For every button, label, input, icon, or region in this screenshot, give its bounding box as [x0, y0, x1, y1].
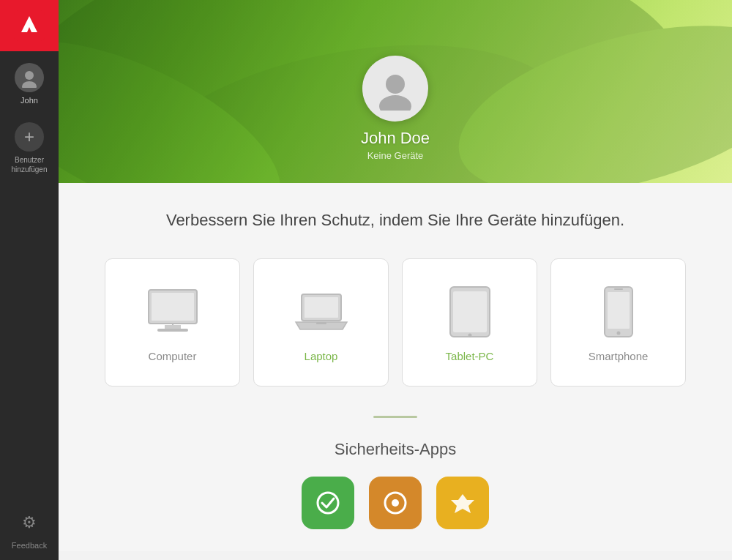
avatar	[15, 63, 44, 92]
tablet-icon	[441, 283, 499, 341]
tablet-card[interactable]: Tablet-PC	[402, 258, 537, 387]
svg-point-27	[392, 499, 399, 507]
device-cards: Computer Laptop	[105, 258, 686, 387]
add-user-label: Benutzer hinzufügen	[12, 155, 48, 174]
feedback-button[interactable]: Feedback	[12, 541, 47, 560]
computer-label: Computer	[149, 350, 197, 362]
svg-rect-11	[152, 293, 194, 321]
main-content: John Doe Keine Geräte Verbessern Sie Ihr…	[59, 0, 732, 560]
hero-subtitle: Keine Geräte	[367, 150, 424, 161]
smartphone-icon	[589, 283, 648, 341]
divider	[373, 416, 417, 418]
smartphone-label: Smartphone	[589, 350, 649, 362]
svg-point-9	[379, 95, 411, 111]
hero-avatar	[362, 56, 428, 122]
svg-rect-24	[614, 288, 623, 290]
hero-username: John Doe	[361, 129, 430, 148]
tablet-label: Tablet-PC	[446, 350, 494, 362]
add-user-button[interactable]: + Benutzer hinzufügen	[0, 113, 59, 183]
hero-section: John Doe Keine Geräte	[59, 0, 732, 183]
app-icon-green[interactable]	[302, 477, 354, 529]
svg-rect-17	[316, 322, 326, 324]
svg-rect-22	[608, 292, 630, 329]
svg-point-1	[25, 71, 34, 80]
sidebar-user[interactable]: John	[0, 51, 59, 113]
computer-card[interactable]: Computer	[105, 258, 240, 387]
svg-rect-13	[157, 329, 188, 332]
sidebar-user-label: John	[20, 96, 38, 105]
content-area: Verbessern Sie Ihren Schutz, indem Sie I…	[59, 183, 732, 551]
svg-point-25	[318, 493, 338, 513]
svg-rect-19	[453, 291, 487, 332]
svg-point-23	[616, 331, 620, 335]
avira-logo[interactable]	[0, 0, 59, 51]
settings-button[interactable]: ⚙	[22, 504, 37, 541]
laptop-icon	[292, 283, 351, 341]
svg-rect-16	[305, 297, 338, 318]
gear-icon: ⚙	[22, 513, 37, 532]
apps-section-title: Sicherheits-Apps	[335, 440, 456, 459]
svg-point-8	[386, 75, 405, 94]
svg-rect-12	[165, 325, 181, 329]
smartphone-card[interactable]: Smartphone	[550, 258, 686, 387]
app-icon-orange[interactable]	[369, 477, 422, 529]
add-icon: +	[15, 122, 44, 152]
app-icon-yellow[interactable]	[436, 477, 489, 529]
prompt-text: Verbessern Sie Ihren Schutz, indem Sie I…	[166, 209, 624, 232]
laptop-card[interactable]: Laptop	[253, 258, 389, 387]
computer-icon	[143, 283, 202, 341]
svg-point-20	[468, 333, 471, 337]
sidebar: John + Benutzer hinzufügen ⚙ Feedback	[0, 0, 59, 560]
svg-point-2	[22, 81, 37, 88]
apps-row	[302, 477, 489, 529]
laptop-label: Laptop	[305, 350, 338, 362]
